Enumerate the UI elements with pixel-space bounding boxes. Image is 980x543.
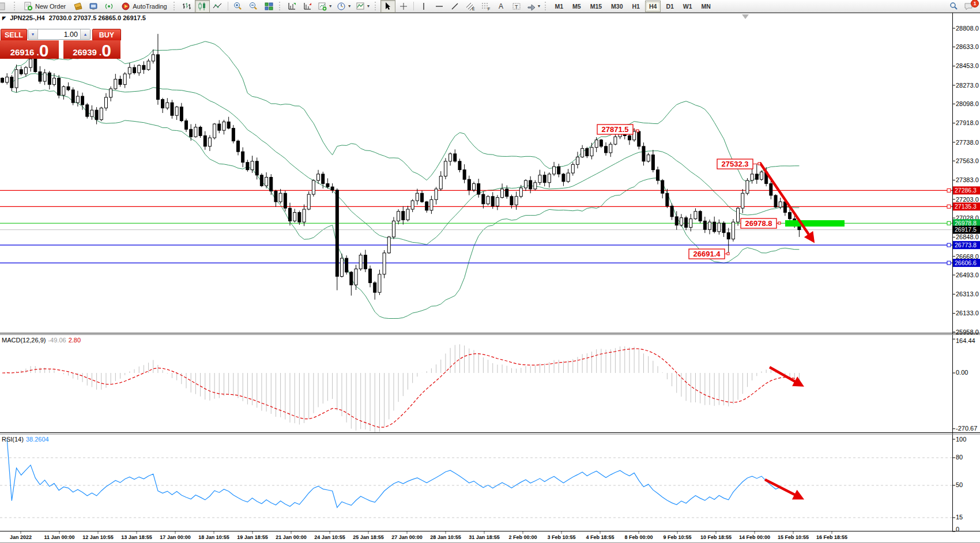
svg-text:26691.4: 26691.4 — [693, 250, 721, 258]
candle-body — [732, 222, 734, 239]
equidistant-channel-button[interactable]: E — [463, 0, 478, 13]
new-order-button[interactable]: New Order — [20, 1, 70, 12]
candle-body — [110, 89, 112, 97]
candle-body — [260, 175, 263, 186]
volume-input[interactable] — [38, 29, 80, 39]
candle-body — [718, 223, 721, 232]
chart-frame — [0, 13, 980, 543]
search-icon[interactable] — [946, 0, 961, 13]
chart-title: ◤ JPN225-,H4 27030.0 27037.5 26865.0 269… — [2, 14, 146, 21]
funnel-icon[interactable] — [70, 0, 85, 13]
autotrading-button[interactable]: AutoTrading — [117, 1, 171, 12]
candle-body — [133, 67, 136, 73]
shapes-button[interactable]: ▼ — [525, 0, 543, 13]
svg-text:26978.8: 26978.8 — [745, 219, 772, 228]
tab-m1[interactable]: M1 — [551, 1, 567, 12]
candle-body — [138, 65, 141, 73]
volume-increase-button[interactable]: ▲ — [80, 29, 90, 39]
candle-body — [48, 73, 51, 84]
candle-body — [746, 180, 749, 193]
candle-body — [194, 127, 197, 137]
candle-body — [562, 174, 565, 182]
candle-body — [600, 140, 602, 146]
candle-body — [519, 188, 522, 197]
line-handle — [947, 221, 951, 225]
candle-body — [359, 255, 362, 269]
zoom-in-button[interactable] — [231, 0, 246, 13]
sell-price-pips: 0 — [39, 43, 49, 58]
candle-body — [58, 78, 61, 96]
line-handle — [947, 188, 951, 192]
candle-body — [439, 176, 442, 189]
svg-text:26978.8: 26978.8 — [955, 220, 977, 227]
candle-body — [67, 86, 70, 90]
svg-text:27918.0: 27918.0 — [956, 119, 979, 126]
candle-body — [506, 189, 508, 197]
buy-price-display[interactable]: 26939 .0 — [63, 40, 120, 59]
svg-text:E: E — [472, 7, 475, 11]
svg-text:11 Jan 00:00: 11 Jan 00:00 — [44, 534, 74, 540]
toolbar-separator — [228, 2, 228, 10]
horizontal-line-button[interactable] — [432, 0, 447, 13]
svg-text:A: A — [499, 2, 503, 10]
metaeditor-icon[interactable] — [86, 0, 101, 13]
svg-text:27871.5: 27871.5 — [602, 125, 629, 134]
chart-canvas[interactable]: 28808.028633.028453.028273.028098.027918… — [0, 0, 980, 543]
arrange-windows-button[interactable] — [285, 0, 300, 13]
tab-w1[interactable]: W1 — [679, 1, 696, 12]
svg-text:27383.0: 27383.0 — [956, 176, 979, 183]
tile-windows-button[interactable] — [262, 0, 277, 13]
candle-body — [307, 194, 310, 209]
chat-icon[interactable]: 1 — [962, 0, 977, 13]
cursor-button[interactable] — [380, 0, 395, 13]
candle-body — [722, 223, 725, 233]
trendline-button[interactable] — [447, 0, 462, 13]
zoom-out-button[interactable] — [246, 0, 261, 13]
candle-body — [43, 73, 46, 81]
buy-button[interactable]: BUY — [92, 29, 121, 41]
crosshair-button[interactable] — [396, 0, 411, 13]
broadcast-icon[interactable] — [101, 0, 116, 13]
line-chart-button[interactable] — [210, 0, 225, 13]
bar-chart-button[interactable] — [179, 0, 194, 13]
candle-body — [199, 127, 202, 136]
chart-profiles-button[interactable]: ▼ — [354, 0, 372, 13]
tab-m15[interactable]: M15 — [586, 1, 606, 12]
candle-body — [699, 212, 702, 221]
candle-body — [538, 175, 541, 183]
chevron-down-icon: ▼ — [367, 4, 371, 8]
period-clock-button[interactable]: ▼ — [335, 0, 353, 13]
toolbar: New Order AutoTrading — [0, 0, 980, 13]
candlestick-button[interactable] — [195, 0, 210, 13]
arrange-windows-alt-button[interactable] — [300, 0, 315, 13]
tab-m30[interactable]: M30 — [607, 1, 627, 12]
tab-mn[interactable]: MN — [698, 1, 715, 12]
sell-price-display[interactable]: 26916 .0 — [0, 40, 59, 59]
vertical-line-button[interactable] — [416, 0, 431, 13]
candle-body — [383, 253, 386, 274]
candle-body — [326, 184, 329, 187]
volume-decrease-button[interactable]: ▼ — [28, 29, 38, 39]
partial-icon — [0, 0, 12, 13]
svg-text:3 Feb 10:55: 3 Feb 10:55 — [547, 534, 575, 540]
toolbar-grip — [279, 2, 282, 10]
candle-body — [454, 154, 457, 161]
candle-body — [477, 184, 480, 194]
tab-m5[interactable]: M5 — [568, 1, 585, 12]
autotrading-icon — [121, 2, 130, 11]
candle-body — [100, 108, 103, 119]
svg-text:27738.0: 27738.0 — [956, 139, 979, 146]
tab-d1[interactable]: D1 — [662, 1, 677, 12]
candle-body — [581, 149, 584, 157]
fibonacci-button[interactable]: F — [478, 0, 493, 13]
text-label-button[interactable]: T — [510, 0, 525, 13]
candle-body — [114, 79, 117, 89]
new-chart-button[interactable]: ▼ — [316, 0, 334, 13]
candle-body — [156, 55, 159, 100]
green-highlight-band[interactable] — [785, 220, 845, 227]
tab-h1[interactable]: H1 — [628, 1, 644, 12]
text-button[interactable]: A — [494, 0, 509, 13]
tab-h4[interactable]: H4 — [645, 1, 661, 12]
candle-body — [590, 148, 593, 156]
sell-button[interactable]: SELL — [1, 29, 27, 41]
